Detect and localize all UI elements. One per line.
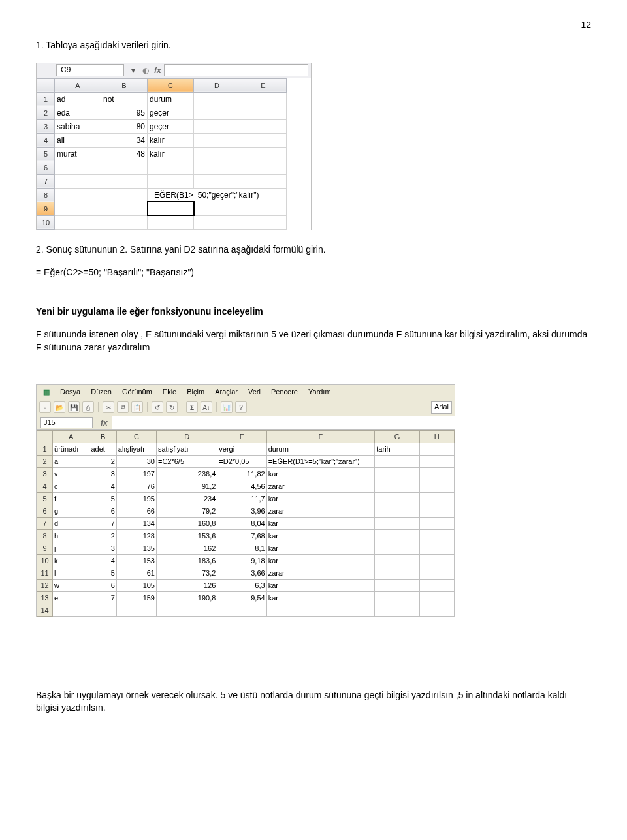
cell[interactable]: w: [53, 579, 89, 591]
cell[interactable]: 195: [116, 492, 156, 505]
cell[interactable]: 160,8: [156, 517, 217, 529]
cell[interactable]: tarih: [375, 443, 419, 455]
row-header[interactable]: 4: [37, 133, 55, 147]
cell[interactable]: [375, 542, 419, 554]
fx-icon[interactable]: fx: [152, 66, 164, 75]
cell[interactable]: 2: [89, 529, 116, 542]
cell[interactable]: =EĞER(B1>=50;"geçer";"kalır"): [148, 188, 287, 202]
chart-icon[interactable]: 📊: [221, 401, 233, 413]
cell[interactable]: [375, 591, 419, 604]
row-header[interactable]: 11: [37, 567, 53, 579]
col-header[interactable]: B: [89, 430, 116, 443]
row-header[interactable]: 6: [37, 161, 55, 174]
cell[interactable]: 6: [89, 505, 116, 517]
cell[interactable]: [419, 529, 454, 542]
cell[interactable]: 183,6: [156, 554, 217, 567]
cell[interactable]: h: [53, 529, 89, 542]
row-header[interactable]: 3: [37, 119, 55, 133]
row-header[interactable]: 8: [37, 529, 53, 542]
cell[interactable]: 7,68: [217, 529, 266, 542]
cell[interactable]: [419, 567, 454, 579]
cell[interactable]: [419, 505, 454, 517]
menu-window[interactable]: Pencere: [267, 386, 302, 397]
cell[interactable]: 66: [116, 505, 156, 517]
col-header[interactable]: F: [266, 430, 375, 443]
cell[interactable]: 7: [89, 517, 116, 529]
cell[interactable]: [240, 215, 287, 229]
cell[interactable]: [55, 215, 101, 229]
cell[interactable]: [419, 542, 454, 554]
cell[interactable]: [375, 480, 419, 492]
cell[interactable]: [156, 604, 217, 616]
menu-view[interactable]: Görünüm: [118, 386, 156, 397]
cell[interactable]: 190,8: [156, 591, 217, 604]
cell[interactable]: adet: [89, 443, 116, 455]
cell[interactable]: [240, 161, 287, 174]
cell[interactable]: [240, 106, 287, 119]
col-header[interactable]: A: [53, 430, 89, 443]
col-header[interactable]: B: [101, 78, 148, 92]
row-header[interactable]: 10: [37, 215, 55, 229]
cell[interactable]: [419, 467, 454, 480]
cell[interactable]: not: [101, 92, 148, 106]
menu-edit[interactable]: Düzen: [87, 386, 116, 397]
cell[interactable]: kalır: [148, 147, 194, 161]
save-icon[interactable]: 💾: [68, 401, 80, 413]
cell[interactable]: kar: [266, 554, 375, 567]
row-header[interactable]: 9: [37, 202, 55, 215]
cell[interactable]: [375, 455, 419, 467]
cell[interactable]: 61: [116, 567, 156, 579]
cell[interactable]: 5: [89, 567, 116, 579]
col-header[interactable]: E: [217, 430, 266, 443]
cell[interactable]: [266, 604, 375, 616]
formula-input-2[interactable]: [112, 416, 455, 429]
cell[interactable]: [55, 174, 101, 188]
cell[interactable]: k: [53, 554, 89, 567]
cell[interactable]: [419, 591, 454, 604]
cell[interactable]: 6: [89, 579, 116, 591]
cell[interactable]: [375, 517, 419, 529]
cell[interactable]: j: [53, 542, 89, 554]
cell[interactable]: [419, 604, 454, 616]
cell[interactable]: [375, 492, 419, 505]
cell[interactable]: v: [53, 467, 89, 480]
cell[interactable]: [419, 480, 454, 492]
cell[interactable]: [101, 215, 148, 229]
cell[interactable]: durum: [266, 443, 375, 455]
cell[interactable]: [375, 604, 419, 616]
cell[interactable]: 9,54: [217, 591, 266, 604]
sort-icon[interactable]: A↓: [201, 401, 212, 413]
font-selector[interactable]: Arial: [431, 401, 452, 414]
cell[interactable]: alışfiyatı: [116, 443, 156, 455]
row-header[interactable]: 8: [37, 188, 55, 202]
cell[interactable]: [419, 455, 454, 467]
row-header[interactable]: 7: [37, 517, 53, 529]
cell[interactable]: 8,1: [217, 542, 266, 554]
row-header[interactable]: 5: [37, 492, 53, 505]
col-header[interactable]: H: [419, 430, 454, 443]
cell[interactable]: 3,96: [217, 505, 266, 517]
cell[interactable]: 159: [116, 591, 156, 604]
cell[interactable]: [89, 604, 116, 616]
row-header[interactable]: 14: [37, 604, 53, 616]
menu-help[interactable]: Yardım: [304, 386, 335, 397]
cell[interactable]: 236,4: [156, 467, 217, 480]
name-box-2[interactable]: J15: [40, 417, 93, 428]
row-header[interactable]: 1: [37, 443, 53, 455]
cell[interactable]: [375, 529, 419, 542]
cell[interactable]: [194, 161, 240, 174]
copy-icon[interactable]: ⧉: [117, 401, 129, 413]
cell[interactable]: a: [53, 455, 89, 467]
cell[interactable]: 7: [89, 591, 116, 604]
cell[interactable]: 126: [156, 579, 217, 591]
cell[interactable]: 162: [156, 542, 217, 554]
col-header[interactable]: D: [194, 78, 240, 92]
row-header[interactable]: 2: [37, 106, 55, 119]
cell[interactable]: [101, 188, 148, 202]
cell[interactable]: l: [53, 567, 89, 579]
cell[interactable]: 9,18: [217, 554, 266, 567]
paste-icon[interactable]: 📋: [131, 401, 143, 413]
cell[interactable]: [194, 174, 240, 188]
cell[interactable]: geçer: [148, 106, 194, 119]
cell[interactable]: 128: [116, 529, 156, 542]
